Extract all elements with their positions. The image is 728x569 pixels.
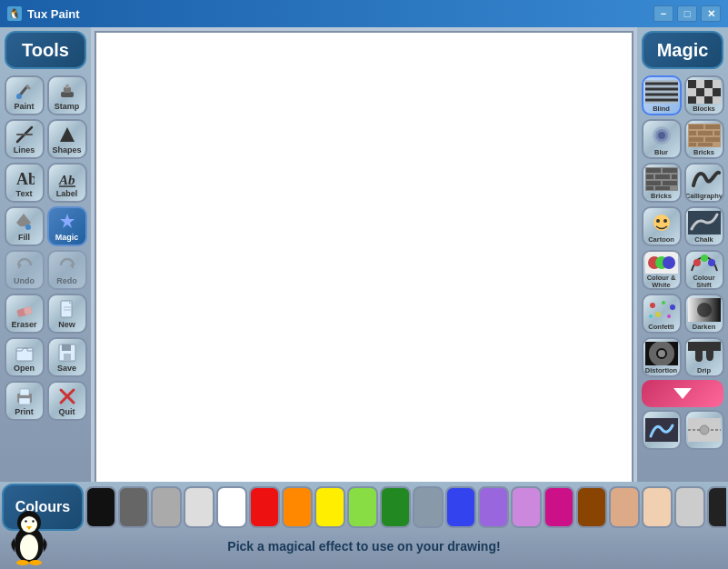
color-swatch-5[interactable] — [249, 486, 280, 528]
save-button[interactable]: Save — [47, 337, 87, 377]
label-button[interactable]: Ab Label — [47, 163, 87, 203]
color-swatch-10[interactable] — [413, 486, 444, 528]
blind-label: Blind — [653, 105, 670, 113]
stamp-button[interactable]: Stamp — [47, 75, 87, 115]
color-swatch-7[interactable] — [314, 486, 345, 528]
color-swatch-8[interactable] — [347, 486, 378, 528]
svg-rect-25 — [64, 354, 71, 361]
bricks2-button[interactable]: Bricks — [642, 163, 682, 203]
eraser-label: Eraser — [11, 320, 36, 329]
shapes-button[interactable]: Shapes — [47, 119, 87, 159]
minimize-button[interactable]: − — [653, 5, 673, 22]
svg-rect-42 — [704, 88, 713, 96]
status-message: Pick a magical effect to use on your dra… — [227, 539, 500, 554]
new-label: New — [58, 320, 75, 329]
extra2-button[interactable] — [684, 410, 724, 450]
fill-button[interactable]: Fill — [5, 206, 45, 246]
open-label: Open — [14, 364, 35, 373]
svg-point-85 — [655, 312, 661, 317]
shapes-icon — [57, 125, 77, 145]
quit-icon — [57, 386, 77, 406]
svg-point-2 — [16, 94, 22, 99]
svg-marker-14 — [18, 262, 22, 269]
svg-rect-52 — [689, 125, 703, 129]
status-bar: Pick a magical effect to use on your dra… — [0, 533, 728, 560]
paint-icon — [15, 81, 35, 101]
app-icon: 🐧 — [7, 6, 22, 21]
color-swatch-2[interactable] — [151, 486, 182, 528]
svg-rect-47 — [713, 96, 721, 104]
color-swatch-9[interactable] — [380, 486, 411, 528]
close-button[interactable]: ✕ — [701, 5, 721, 22]
open-icon — [15, 343, 35, 363]
color-swatch-0[interactable] — [85, 486, 116, 528]
svg-rect-56 — [714, 131, 720, 135]
svg-rect-22 — [16, 348, 33, 361]
svg-point-72 — [656, 219, 660, 223]
color-swatch-17[interactable] — [642, 486, 673, 528]
color-swatch-16[interactable] — [609, 486, 640, 528]
redo-button[interactable]: Redo — [47, 250, 87, 290]
svg-rect-70 — [655, 186, 670, 190]
calligraphy-button[interactable]: Calligraphy — [684, 163, 724, 203]
blind-button[interactable]: Blind — [642, 75, 682, 115]
magic-button[interactable]: Magic — [47, 206, 87, 246]
color-swatch-13[interactable] — [511, 486, 542, 528]
color-swatch-19[interactable] — [707, 486, 726, 528]
titlebar-controls[interactable]: − □ ✕ — [653, 5, 721, 22]
magic-row-1: Blind — [642, 75, 724, 115]
bricks2-icon — [645, 166, 678, 192]
svg-rect-27 — [20, 389, 29, 395]
tool-row-5: Undo Redo — [5, 250, 87, 290]
blocks-button[interactable]: Blocks — [684, 75, 724, 115]
color-swatch-4[interactable] — [216, 486, 247, 528]
bottom-area: Colours Pick a magical effect to use on … — [0, 482, 728, 569]
magic-icon — [57, 212, 77, 232]
svg-rect-67 — [646, 181, 661, 185]
color-swatch-18[interactable] — [674, 486, 705, 528]
color-swatch-6[interactable] — [282, 486, 313, 528]
maximize-button[interactable]: □ — [677, 5, 697, 22]
new-button[interactable]: New — [47, 294, 87, 334]
svg-point-106 — [32, 520, 34, 522]
text-button[interactable]: Abc Text — [5, 163, 45, 203]
extra1-button[interactable] — [642, 410, 682, 450]
tux-mascot — [4, 504, 54, 567]
more-magic[interactable] — [642, 380, 723, 407]
redo-label: Redo — [56, 276, 77, 285]
lines-button[interactable]: Lines — [5, 119, 45, 159]
print-button[interactable]: Print — [5, 381, 45, 421]
stamp-label: Stamp — [55, 102, 80, 111]
svg-rect-43 — [713, 88, 721, 96]
cartoon-button[interactable]: Cartoon — [642, 206, 682, 246]
undo-button[interactable]: Undo — [5, 250, 45, 290]
open-button[interactable]: Open — [5, 337, 45, 377]
confetti-button[interactable]: Confetti — [642, 294, 682, 334]
color-swatch-3[interactable] — [184, 486, 214, 528]
darken-button[interactable]: Darken — [684, 294, 724, 334]
color-swatch-14[interactable] — [544, 486, 574, 528]
lines-label: Lines — [14, 145, 35, 155]
color-swatch-12[interactable] — [478, 486, 509, 528]
svg-rect-68 — [663, 181, 677, 185]
drip-button[interactable]: Drip — [684, 337, 724, 377]
color-swatch-11[interactable] — [445, 486, 476, 528]
quit-button[interactable]: Quit — [47, 381, 87, 421]
color-swatch-15[interactable] — [576, 486, 607, 528]
paint-label: Paint — [14, 102, 34, 111]
lines-icon — [15, 125, 35, 145]
distortion-button[interactable]: Distortion — [642, 337, 682, 377]
svg-point-89 — [697, 303, 712, 317]
svg-rect-38 — [704, 80, 713, 88]
svg-point-98 — [700, 425, 709, 434]
colour-white-button[interactable]: Colour & White — [642, 250, 682, 290]
label-icon: Ab — [57, 168, 77, 188]
chalk-button[interactable]: Chalk — [684, 206, 724, 246]
eraser-button[interactable]: Eraser — [5, 294, 45, 334]
bricks-button[interactable]: Bricks — [684, 119, 724, 159]
paint-button[interactable]: Paint — [5, 75, 45, 115]
colour-shift-button[interactable]: Colour Shift — [684, 250, 724, 290]
svg-point-92 — [658, 350, 665, 357]
blur-button[interactable]: Blur — [642, 119, 682, 159]
color-swatch-1[interactable] — [118, 486, 149, 528]
